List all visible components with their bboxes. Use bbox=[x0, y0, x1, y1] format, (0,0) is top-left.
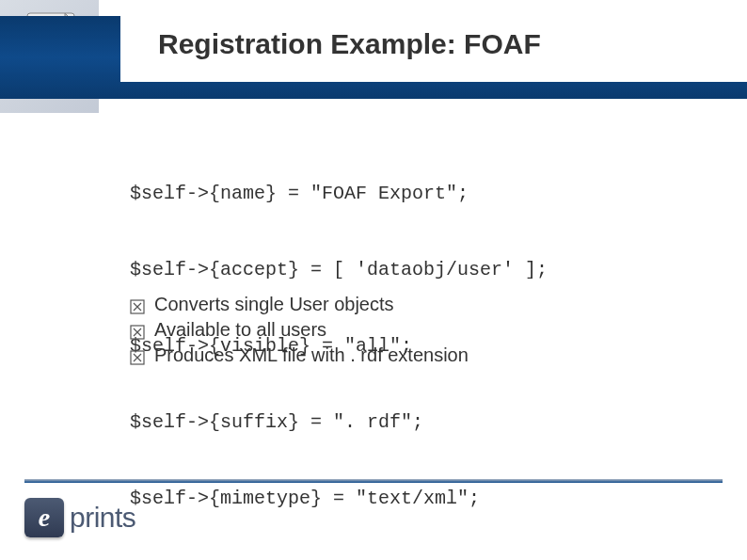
list-item: Produces XML file with . rdf extension bbox=[130, 344, 469, 366]
x-box-icon bbox=[130, 348, 145, 363]
bullet-list: Converts single User objects Available t… bbox=[130, 294, 469, 370]
x-box-icon bbox=[130, 323, 145, 338]
footer-divider bbox=[24, 479, 723, 483]
list-item: Available to all users bbox=[130, 319, 469, 341]
slide-title: Registration Example: FOAF bbox=[158, 28, 541, 60]
footer-logo: e prints bbox=[24, 498, 135, 537]
logo-text: prints bbox=[70, 502, 135, 534]
bullet-text: Available to all users bbox=[154, 319, 326, 341]
bullet-text: Converts single User objects bbox=[154, 294, 394, 315]
list-item: Converts single User objects bbox=[130, 294, 469, 315]
code-line: $self->{suffix} = ". rdf"; bbox=[130, 409, 548, 435]
logo-mark: e bbox=[24, 498, 64, 537]
code-line: $self->{name} = "FOAF Export"; bbox=[130, 181, 548, 206]
bullet-text: Produces XML file with . rdf extension bbox=[154, 344, 469, 366]
code-line: $self->{accept} = [ 'dataobj/user' ]; bbox=[130, 257, 548, 282]
x-box-icon bbox=[130, 297, 145, 312]
code-line: $self->{mimetype} = "text/xml"; bbox=[130, 486, 548, 511]
